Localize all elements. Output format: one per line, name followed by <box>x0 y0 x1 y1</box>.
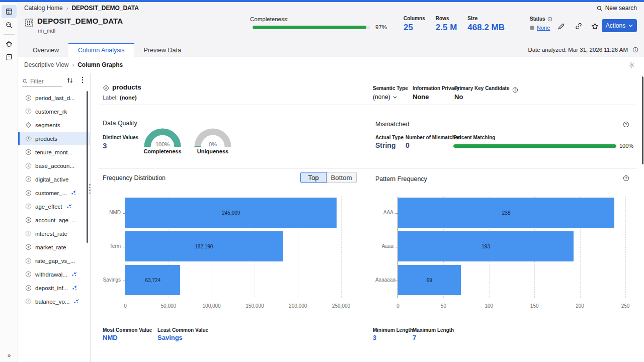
main-scrollbar[interactable] <box>642 76 643 164</box>
info-icon[interactable] <box>632 47 638 53</box>
max-length-value: 7 <box>413 334 416 341</box>
column-name-label: age_effect <box>35 204 62 210</box>
view-breadcrumb-parent[interactable]: Descriptive View <box>24 61 68 68</box>
least-common-value: Savings <box>157 334 183 341</box>
rail-governance-button[interactable] <box>2 51 17 64</box>
sidebar-item-withdrawal[interactable]: #withdrawal... <box>18 267 90 281</box>
axis-tick-label: 250,000 <box>324 303 359 309</box>
toggle-bottom-button[interactable]: Bottom <box>327 172 357 183</box>
date-analyzed: Date analyzed: Mar 31, 2026 11:26 AM <box>528 47 628 53</box>
numeric-type-icon: # <box>25 271 32 278</box>
sidebar-item-market_rate[interactable]: #market_rate <box>18 240 90 254</box>
selected-column-name: products <box>112 83 141 91</box>
column-name-label: digital_active <box>35 176 68 183</box>
information-privacy-field: Information Privacy None <box>413 85 459 101</box>
bar-value-label: 245,009 <box>125 210 337 216</box>
tab-overview[interactable]: Overview <box>23 43 68 57</box>
bar-aaaaaaa[interactable]: 69 <box>398 265 461 295</box>
column-analysis-panel: A products Label:(none) Semantic Type (n… <box>91 73 644 362</box>
column-sidebar: #period_last_d...#customer_rkAsegmentsAp… <box>18 73 91 362</box>
axis-tick-label: 50 <box>426 303 461 309</box>
bar-savings[interactable]: 63,724 <box>125 265 180 295</box>
data-chip-icon <box>5 40 13 48</box>
sort-icon <box>66 77 73 84</box>
toggle-top-button[interactable]: Top <box>300 172 327 183</box>
sidebar-item-account_age_[interactable]: #account_age_... <box>18 213 90 227</box>
stat-rows: Rows2.5 M <box>436 16 457 33</box>
breadcrumb-catalog-home[interactable]: Catalog Home <box>24 5 63 12</box>
sidebar-item-deposit_inf[interactable]: #deposit_inf... <box>18 281 90 295</box>
bar-aaa[interactable]: 238 <box>398 198 614 228</box>
help-icon[interactable] <box>512 87 518 93</box>
rail-catalog-button[interactable] <box>2 5 17 18</box>
actual-type-label: Actual Type <box>375 135 404 140</box>
star-icon <box>591 23 599 30</box>
breadcrumb: Catalog Home › DEPOSIT_DEMO_DATA <box>24 5 139 12</box>
numeric-type-icon: # <box>25 257 32 264</box>
bar-value-label: 193 <box>398 244 574 249</box>
favorite-button[interactable] <box>590 21 600 31</box>
column-label-value: (none) <box>120 95 137 101</box>
sidebar-item-balance_vo[interactable]: #balance_vo... <box>18 295 90 308</box>
tab-column-analysis[interactable]: Column Analysis <box>68 43 134 57</box>
bar-nmd[interactable]: 245,009 <box>125 198 337 228</box>
numeric-type-icon: # <box>25 285 32 291</box>
sidebar-scrollbar[interactable] <box>87 91 88 243</box>
svg-text:0%: 0% <box>209 141 217 147</box>
sort-button[interactable] <box>66 77 73 84</box>
sidebar-item-tenure_mont[interactable]: #tenure_mont... <box>18 145 90 159</box>
column-name-label: deposit_inf... <box>35 285 68 291</box>
chevron-down-icon <box>628 24 633 27</box>
status-value-link[interactable]: None <box>537 25 550 31</box>
column-name-label: balance_vo... <box>35 299 69 305</box>
column-name-label: products <box>35 136 57 142</box>
sidebar-item-segments[interactable]: Asegments <box>18 118 90 132</box>
sidebar-item-customer_[interactable]: #customer_... <box>18 186 90 200</box>
rail-data-button[interactable] <box>2 38 17 51</box>
help-icon[interactable] <box>623 175 629 182</box>
new-search-button[interactable]: New search <box>596 5 637 12</box>
filter-input[interactable] <box>30 78 58 85</box>
sidebar-item-age_effect[interactable]: #age_effect <box>18 200 90 213</box>
breadcrumb-current: DEPOSIT_DEMO_DATA <box>71 5 139 12</box>
expand-rail-button[interactable]: » <box>0 352 18 359</box>
link-button[interactable] <box>574 21 584 31</box>
numeric-type-icon: # <box>25 217 32 223</box>
percent-matching-fill <box>453 144 616 148</box>
svg-text:#: # <box>28 300 30 303</box>
numeric-type-icon: # <box>25 162 32 169</box>
tab-preview-data[interactable]: Preview Data <box>134 43 191 57</box>
sidebar-item-base_accoun[interactable]: #base_accoun... <box>18 159 90 172</box>
settings-gear-button[interactable] <box>628 62 635 68</box>
sidebar-item-customer_rk[interactable]: #customer_rk <box>18 105 90 118</box>
edit-button[interactable] <box>556 21 566 31</box>
catalog-icon <box>5 8 13 16</box>
filter-field[interactable] <box>22 76 62 87</box>
bar-aaaa[interactable]: 193 <box>398 231 574 261</box>
gauge-label: Uniqueness <box>191 148 234 154</box>
column-name-label: account_age_... <box>35 217 76 223</box>
section-divider-vertical <box>370 117 370 165</box>
axis-tick-label: 0 <box>380 303 416 309</box>
axis-tick-label: 200,000 <box>280 303 315 309</box>
sidebar-item-interest_rate[interactable]: #interest_rate <box>18 227 90 240</box>
bar-value-label: 182,190 <box>125 244 283 249</box>
rail-search-button[interactable] <box>2 19 17 32</box>
help-icon[interactable] <box>623 121 629 128</box>
info-icon[interactable] <box>547 17 552 22</box>
status-dot <box>530 26 534 30</box>
sidebar-item-digital_active[interactable]: #digital_active <box>18 172 90 186</box>
svg-text:#: # <box>28 232 30 235</box>
view-breadcrumb-current: Column Graphs <box>77 61 123 68</box>
sidebar-item-period_last_d[interactable]: #period_last_d... <box>18 91 90 105</box>
axis-tick-label: 250 <box>608 303 643 309</box>
svg-text:A: A <box>105 86 107 89</box>
overflow-menu-button[interactable] <box>82 76 84 83</box>
status-block: Status None <box>530 16 552 31</box>
bar-term[interactable]: 182,190 <box>125 231 283 261</box>
sidebar-item-rate_gap_vs_[interactable]: #rate_gap_vs_... <box>18 254 90 267</box>
semantic-type-select[interactable]: (none) <box>373 94 408 101</box>
sidebar-item-products[interactable]: Aproducts <box>18 132 90 145</box>
section-divider <box>99 168 636 169</box>
actions-button[interactable]: Actions <box>602 19 637 32</box>
